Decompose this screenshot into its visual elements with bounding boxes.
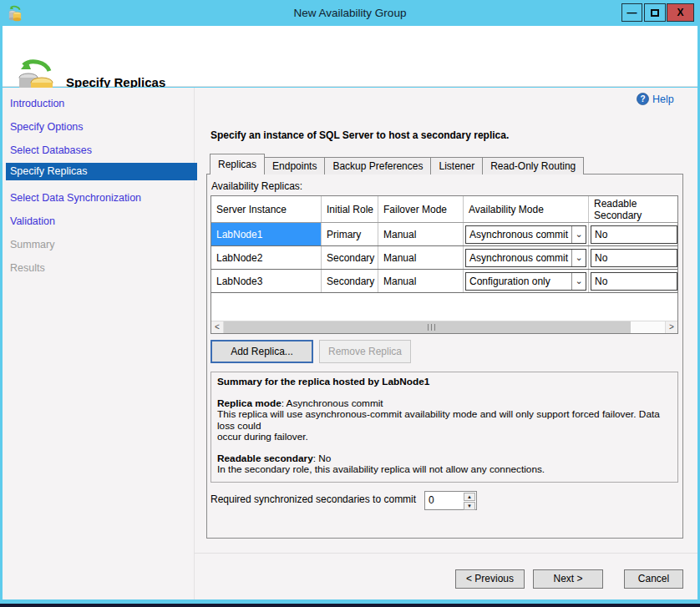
- tab-replicas[interactable]: Replicas: [210, 154, 265, 175]
- scroll-left-icon[interactable]: <: [211, 321, 224, 333]
- tab-endpoints[interactable]: Endpoints: [264, 157, 325, 175]
- chevron-down-icon[interactable]: ⌄: [571, 250, 586, 266]
- replica-summary-panel: Summary for the replica hosted by LabNod…: [211, 372, 678, 483]
- cell-failover-mode[interactable]: Manual: [378, 246, 464, 269]
- table-row[interactable]: LabNode2 Secondary Manual Asynchronous c…: [211, 246, 677, 270]
- wizard-window: New Availability Group — X Specify Repli…: [0, 0, 700, 607]
- sidebar-item-specify-options[interactable]: Specify Options: [10, 121, 190, 135]
- readable-secondary-description: In the secondary role, this availability…: [217, 464, 672, 476]
- cell-server-instance[interactable]: LabNode3: [211, 270, 322, 292]
- availability-mode-dropdown[interactable]: Asynchronous commit ⌄: [465, 225, 586, 244]
- tab-listener[interactable]: Listener: [430, 157, 483, 175]
- instruction-text: Specify an instance of SQL Server to hos…: [211, 129, 509, 141]
- grid-header-row: Server Instance Initial Role Failover Mo…: [211, 196, 677, 223]
- cancel-button[interactable]: Cancel: [624, 569, 683, 589]
- required-secondaries-stepper[interactable]: 0 ▲ ▼: [424, 491, 477, 510]
- dropdown-value: Configuration only: [466, 273, 571, 290]
- help-icon: ?: [637, 93, 649, 105]
- stepper-value[interactable]: 0: [425, 492, 464, 509]
- title-bar[interactable]: New Availability Group — X: [0, 0, 700, 26]
- readable-secondary-dropdown[interactable]: No: [591, 249, 677, 267]
- replica-mode-label: Replica mode: [217, 397, 282, 409]
- col-header-failover-mode[interactable]: Failover Mode: [378, 196, 464, 222]
- sidebar-item-specify-replicas[interactable]: Specify Replicas: [6, 163, 197, 180]
- cell-readable-secondary: No: [589, 270, 677, 292]
- cell-readable-secondary: No: [589, 246, 677, 269]
- dropdown-value: Asynchronous commit: [466, 226, 571, 243]
- tab-backup-preferences[interactable]: Backup Preferences: [324, 157, 431, 175]
- scrollbar-grip: [428, 324, 435, 331]
- cell-failover-mode[interactable]: Manual: [378, 223, 464, 245]
- spin-down-icon[interactable]: ▼: [464, 502, 475, 510]
- sidebar-item-summary: Summary: [10, 239, 190, 253]
- maximize-icon: [651, 9, 659, 17]
- readable-secondary-dropdown[interactable]: No: [591, 272, 677, 291]
- remove-replica-button: Remove Replica: [319, 340, 411, 363]
- summary-title: Summary for the replica hosted by LabNod…: [217, 377, 672, 388]
- scrollbar-thumb[interactable]: [224, 321, 631, 333]
- availability-replicas-label: Availability Replicas:: [211, 180, 302, 192]
- replica-mode-line: Replica mode: Asynchronous commit: [217, 398, 672, 410]
- help-label: Help: [652, 94, 674, 105]
- cell-server-instance[interactable]: LabNode1: [211, 223, 322, 245]
- col-header-server-instance[interactable]: Server Instance: [211, 196, 322, 222]
- sidebar-selected-label: Specify Replicas: [10, 165, 87, 177]
- availability-mode-dropdown[interactable]: Configuration only ⌄: [465, 272, 586, 291]
- sidebar-item-validation[interactable]: Validation: [10, 215, 190, 230]
- close-button[interactable]: X: [667, 3, 694, 22]
- page-header: Specify Replicas: [3, 26, 697, 87]
- cell-failover-mode[interactable]: Manual: [378, 270, 464, 292]
- dropdown-value: Asynchronous commit: [466, 250, 571, 266]
- table-row[interactable]: LabNode1 Primary Manual Asynchronous com…: [211, 223, 677, 246]
- add-replica-button[interactable]: Add Replica...: [211, 340, 313, 363]
- next-button[interactable]: Next >: [533, 569, 603, 589]
- horizontal-scrollbar[interactable]: < >: [211, 321, 677, 333]
- previous-button[interactable]: < Previous: [455, 569, 525, 589]
- chevron-down-icon[interactable]: ⌄: [571, 273, 586, 290]
- cell-initial-role: Primary: [322, 223, 378, 245]
- col-header-readable-secondary[interactable]: Readable Secondary: [589, 196, 677, 222]
- tab-read-only-routing[interactable]: Read-Only Routing: [482, 157, 584, 175]
- readable-secondary-value: : No: [313, 453, 332, 464]
- col-header-initial-role[interactable]: Initial Role: [322, 196, 378, 222]
- col-header-availability-mode[interactable]: Availability Mode: [464, 196, 589, 222]
- sidebar-item-introduction[interactable]: Introduction: [10, 98, 190, 112]
- maximize-button[interactable]: [644, 3, 666, 22]
- svg-text:?: ?: [640, 94, 645, 104]
- replicas-grid: Server Instance Initial Role Failover Mo…: [211, 195, 678, 334]
- sidebar-item-results: Results: [10, 262, 190, 276]
- sidebar-item-select-databases[interactable]: Select Databases: [10, 144, 190, 159]
- help-link[interactable]: ? Help: [637, 93, 674, 105]
- sidebar-item-select-data-synchronization[interactable]: Select Data Synchronization: [10, 192, 190, 206]
- cell-availability-mode: Asynchronous commit ⌄: [464, 246, 589, 269]
- cell-readable-secondary: No: [589, 223, 677, 245]
- cell-availability-mode: Configuration only ⌄: [464, 270, 589, 292]
- replica-mode-value: : Asynchronous commit: [282, 397, 383, 409]
- cell-server-instance[interactable]: LabNode2: [211, 246, 322, 269]
- readable-secondary-line: Readable secondary: No: [217, 453, 672, 465]
- cell-availability-mode: Asynchronous commit ⌄: [464, 223, 589, 245]
- tab-strip: Replicas Endpoints Backup Preferences Li…: [210, 154, 584, 175]
- readable-secondary-dropdown[interactable]: No: [591, 225, 677, 244]
- table-row[interactable]: LabNode3 Secondary Manual Configuration …: [211, 270, 677, 293]
- window-frame-shadow: [0, 604, 700, 607]
- required-secondaries-label: Required synchronized secondaries to com…: [211, 493, 416, 505]
- cell-initial-role: Secondary: [322, 246, 378, 269]
- scroll-right-icon[interactable]: >: [665, 321, 677, 333]
- replica-mode-description: This replica will use asynchronous-commi…: [217, 409, 672, 443]
- spin-up-icon[interactable]: ▲: [464, 493, 475, 501]
- readable-secondary-label: Readable secondary: [217, 453, 313, 464]
- window-title: New Availability Group: [0, 0, 700, 26]
- availability-mode-dropdown[interactable]: Asynchronous commit ⌄: [465, 249, 586, 267]
- chevron-down-icon[interactable]: ⌄: [571, 226, 586, 243]
- footer-divider: [195, 553, 697, 554]
- minimize-button[interactable]: —: [621, 3, 642, 22]
- cell-initial-role: Secondary: [322, 270, 378, 292]
